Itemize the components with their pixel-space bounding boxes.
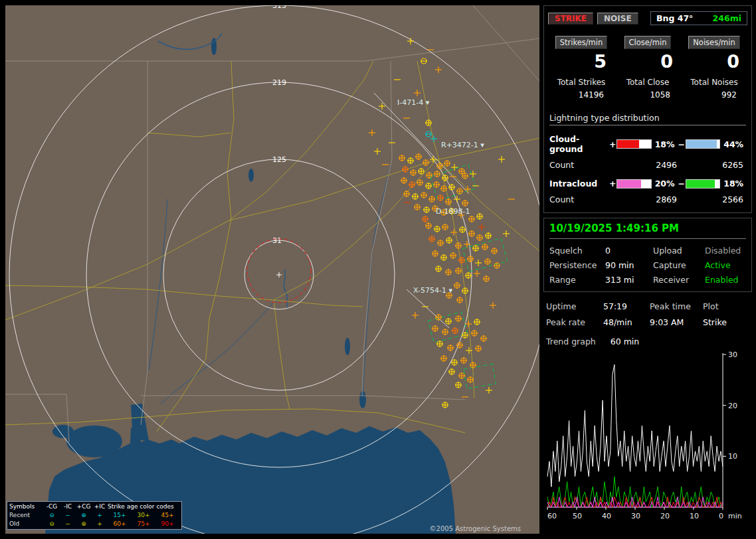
legend-cell: 60+	[108, 520, 132, 528]
squelch-value: 0	[605, 246, 653, 256]
range-ring-label: 313	[272, 5, 286, 10]
legend-cell: 75+	[132, 520, 155, 528]
peak-time-label: Peak time	[650, 301, 703, 311]
peak-rate-label: Peak rate	[546, 317, 603, 327]
peak-rate-value: 48/min	[603, 317, 650, 327]
peak-time-value: 9:03 AM	[650, 317, 703, 327]
minus-sign: −	[677, 139, 686, 149]
legend-cell: ⊖	[44, 511, 60, 520]
ic-positive-fill	[617, 180, 640, 188]
storm-cell-label: I-471-4 ▾	[397, 98, 430, 107]
cg-count-row: Count 2496 6265	[549, 160, 746, 170]
trend-graph-label: Trend graph	[546, 337, 596, 346]
legend-cell: 45+	[155, 511, 179, 520]
total-strikes-label: Total Strikes	[548, 78, 614, 87]
cg-count-label: Count	[549, 160, 611, 170]
persistence-value: 90 min	[605, 260, 653, 270]
session-stats-grid: Uptime 57:19 Peak time Plot Peak rate 48…	[546, 301, 749, 327]
range-ring-label: 125	[272, 155, 286, 164]
lightning-distribution: Lightning type distribution Cloud-ground…	[548, 113, 747, 204]
trend-graph-canvas: 1020306050403020100min	[546, 350, 755, 524]
rate-counter-row: Strikes/min 5 Total Strikes 14196 Close/…	[548, 36, 747, 100]
noises-per-min-value: 0	[681, 51, 747, 72]
plus-sign: +	[609, 179, 617, 189]
svg-text:20: 20	[660, 512, 670, 520]
map-area[interactable]: 31125219313I-471-4 ▾R+3472-1 ▾D-1898-1X-…	[5, 5, 539, 534]
squelch-label: Squelch	[549, 246, 605, 256]
ic-negative-bar	[686, 179, 720, 189]
ic-negative-percent: 18%	[720, 179, 746, 189]
status-grid: Squelch 0 Upload Disabled Persistence 90…	[549, 239, 746, 285]
legend-cell: ⊖	[44, 520, 60, 528]
svg-text:30: 30	[631, 512, 640, 520]
bearing-readout: Bng 47° 246mi	[650, 11, 747, 25]
map-legend: Symbols-CG-IC+CG+ICStrike age color code…	[7, 501, 182, 530]
strikes-per-min-label[interactable]: Strikes/min	[555, 36, 608, 49]
plot-label: Plot	[703, 301, 749, 311]
range-label: Range	[549, 275, 605, 285]
datetime-display: 10/19/2025 1:49:16 PM	[549, 222, 746, 239]
legend-cell: +	[92, 511, 108, 520]
legend-cell: Strike age color codes	[108, 502, 179, 511]
legend-cell: Recent	[9, 511, 44, 520]
persistence-label: Persistence	[549, 260, 605, 270]
upload-label: Upload	[653, 246, 705, 256]
svg-text:20: 20	[728, 402, 737, 410]
total-noises-label: Total Noises	[681, 78, 747, 87]
legend-cell: Old	[9, 520, 44, 528]
legend-cell: +	[92, 520, 108, 528]
total-close-label: Total Close	[614, 78, 681, 87]
capture-value: Active	[705, 260, 746, 270]
receiver-value: Enabled	[705, 275, 746, 285]
cg-positive-count: 2496	[611, 160, 677, 170]
storm-cell-label: D-1898-1	[436, 207, 470, 216]
cg-negative-count: 6265	[677, 160, 743, 170]
ic-negative-fill	[686, 180, 715, 188]
strikes-per-min-column: Strikes/min 5 Total Strikes 14196	[548, 36, 614, 100]
distribution-title: Lightning type distribution	[549, 113, 746, 125]
range-ring-label: 219	[272, 78, 286, 87]
status-panel: 10/19/2025 1:49:16 PM Squelch 0 Upload D…	[543, 218, 752, 292]
capture-label: Capture	[653, 260, 705, 270]
uptime-label: Uptime	[546, 301, 603, 311]
app-window: 31125219313I-471-4 ▾R+3472-1 ▾D-1898-1X-…	[0, 0, 756, 539]
trend-series-strikes	[547, 364, 723, 487]
cg-positive-percent: 18%	[652, 139, 678, 149]
svg-text:0: 0	[719, 512, 723, 520]
svg-text:10: 10	[690, 512, 699, 520]
trend-window-value: 60 min	[611, 337, 639, 346]
legend-cell: 15+	[108, 511, 132, 520]
trend-graph-row: Trend graph 60 min	[546, 337, 749, 346]
noises-per-min-label[interactable]: Noises/min	[688, 36, 739, 49]
ic-positive-percent: 20%	[652, 179, 678, 189]
legend-cell: Symbols	[9, 502, 44, 511]
legend-cell: ⊕	[76, 511, 92, 520]
strikes-per-min-value: 5	[548, 51, 614, 72]
strike-counters-panel: STRIKE NOISE Bng 47° 246mi Strikes/min 5…	[543, 5, 752, 213]
map-canvas[interactable]: 31125219313I-471-4 ▾R+3472-1 ▾D-1898-1X-…	[5, 5, 539, 534]
indicator-row: STRIKE NOISE Bng 47° 246mi	[548, 11, 747, 25]
cg-positive-bar	[616, 139, 651, 149]
close-per-min-column: Close/min 0 Total Close 1058	[614, 36, 681, 100]
svg-text:50: 50	[573, 512, 582, 520]
strike-indicator-button[interactable]: STRIKE	[548, 13, 593, 25]
svg-text:40: 40	[602, 512, 611, 520]
right-panel: STRIKE NOISE Bng 47° 246mi Strikes/min 5…	[543, 5, 752, 534]
copyright-text: ©2005 Astrogenic Systems	[430, 525, 521, 532]
bearing-value: Bng 47°	[656, 13, 693, 23]
cloud-ground-label: Cloud-ground	[549, 134, 609, 154]
close-per-min-label[interactable]: Close/min	[624, 36, 672, 49]
receiver-label: Receiver	[653, 275, 705, 285]
plus-sign: +	[609, 139, 617, 149]
svg-text:30: 30	[728, 350, 737, 359]
upload-value: Disabled	[705, 246, 746, 256]
svg-text:60: 60	[547, 512, 557, 520]
total-close-value: 1058	[614, 90, 681, 100]
intracloud-label: Intracloud	[549, 179, 609, 189]
ic-positive-count: 2869	[611, 194, 677, 204]
noise-indicator-button[interactable]: NOISE	[597, 13, 638, 25]
plot-mode-value: Strike	[703, 317, 749, 327]
range-value: 313 mi	[605, 275, 653, 285]
legend-cell: -CG	[44, 502, 60, 511]
cg-negative-percent: 44%	[720, 139, 746, 149]
